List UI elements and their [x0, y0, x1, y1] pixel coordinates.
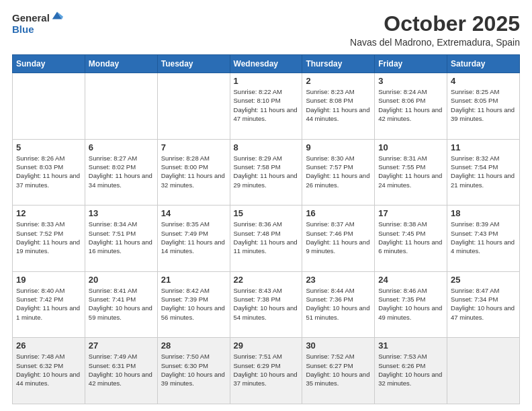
day-info-1-2: Sunrise: 8:28 AM Sunset: 8:00 PM Dayligh… [161, 154, 226, 189]
cell-2-2: 14Sunrise: 8:35 AM Sunset: 7:49 PM Dayli… [157, 205, 230, 272]
day-info-3-0: Sunrise: 8:40 AM Sunset: 7:42 PM Dayligh… [16, 286, 81, 322]
cell-1-0: 5Sunrise: 8:26 AM Sunset: 8:03 PM Daylig… [13, 139, 85, 205]
cell-2-0: 12Sunrise: 8:33 AM Sunset: 7:52 PM Dayli… [13, 205, 85, 272]
day-num-2-6: 18 [451, 208, 516, 218]
cell-3-0: 19Sunrise: 8:40 AM Sunset: 7:42 PM Dayli… [13, 271, 85, 338]
day-num-4-1: 27 [89, 340, 154, 351]
cell-4-5: 31Sunrise: 7:53 AM Sunset: 6:26 PM Dayli… [375, 338, 447, 404]
cell-2-6: 18Sunrise: 8:39 AM Sunset: 7:43 PM Dayli… [447, 205, 520, 272]
day-info-1-3: Sunrise: 8:29 AM Sunset: 7:58 PM Dayligh… [234, 154, 299, 189]
header-thursday: Thursday [302, 55, 375, 73]
day-num-3-4: 23 [306, 275, 371, 285]
cell-3-4: 23Sunrise: 8:44 AM Sunset: 7:36 PM Dayli… [302, 271, 375, 338]
day-num-0-5: 3 [378, 76, 443, 86]
header-saturday: Saturday [447, 55, 520, 73]
day-info-2-2: Sunrise: 8:35 AM Sunset: 7:49 PM Dayligh… [161, 220, 226, 255]
day-info-2-5: Sunrise: 8:38 AM Sunset: 7:45 PM Dayligh… [378, 220, 443, 255]
day-info-0-4: Sunrise: 8:23 AM Sunset: 8:08 PM Dayligh… [306, 87, 371, 123]
cell-4-1: 27Sunrise: 7:49 AM Sunset: 6:31 PM Dayli… [85, 338, 157, 404]
cell-3-6: 25Sunrise: 8:47 AM Sunset: 7:34 PM Dayli… [447, 271, 520, 338]
day-num-0-6: 4 [451, 76, 516, 86]
title-section: October 2025 Navas del Madrono, Extremad… [350, 12, 520, 48]
day-info-4-4: Sunrise: 7:52 AM Sunset: 6:27 PM Dayligh… [306, 352, 371, 387]
cell-2-4: 16Sunrise: 8:37 AM Sunset: 7:46 PM Dayli… [302, 205, 375, 272]
week-row-2: 12Sunrise: 8:33 AM Sunset: 7:52 PM Dayli… [13, 205, 520, 272]
cell-0-2 [157, 73, 230, 140]
day-info-1-4: Sunrise: 8:30 AM Sunset: 7:57 PM Dayligh… [306, 154, 371, 189]
day-info-2-1: Sunrise: 8:34 AM Sunset: 7:51 PM Dayligh… [89, 220, 154, 255]
logo: General Blue [12, 12, 63, 35]
calendar-header-row: Sunday Monday Tuesday Wednesday Thursday… [13, 55, 520, 73]
day-info-4-3: Sunrise: 7:51 AM Sunset: 6:29 PM Dayligh… [234, 352, 299, 387]
cell-1-6: 11Sunrise: 8:32 AM Sunset: 7:54 PM Dayli… [447, 139, 520, 205]
header-monday: Monday [85, 55, 157, 73]
cell-4-2: 28Sunrise: 7:50 AM Sunset: 6:30 PM Dayli… [157, 338, 230, 404]
cell-3-2: 21Sunrise: 8:42 AM Sunset: 7:39 PM Dayli… [157, 271, 230, 338]
cell-1-4: 9Sunrise: 8:30 AM Sunset: 7:57 PM Daylig… [302, 139, 375, 205]
cell-2-1: 13Sunrise: 8:34 AM Sunset: 7:51 PM Dayli… [85, 205, 157, 272]
day-info-2-4: Sunrise: 8:37 AM Sunset: 7:46 PM Dayligh… [306, 220, 371, 255]
day-num-4-5: 31 [378, 340, 443, 351]
cell-4-4: 30Sunrise: 7:52 AM Sunset: 6:27 PM Dayli… [302, 338, 375, 404]
day-info-2-6: Sunrise: 8:39 AM Sunset: 7:43 PM Dayligh… [451, 220, 516, 255]
calendar-table: Sunday Monday Tuesday Wednesday Thursday… [12, 54, 520, 404]
cell-3-5: 24Sunrise: 8:46 AM Sunset: 7:35 PM Dayli… [375, 271, 447, 338]
day-info-4-1: Sunrise: 7:49 AM Sunset: 6:31 PM Dayligh… [89, 352, 154, 387]
day-num-1-4: 9 [306, 142, 371, 152]
page: General Blue October 2025 Navas del Madr… [0, 0, 532, 411]
day-info-3-1: Sunrise: 8:41 AM Sunset: 7:41 PM Dayligh… [89, 286, 154, 322]
day-num-3-2: 21 [161, 275, 226, 285]
header-sunday: Sunday [13, 55, 85, 73]
cell-0-4: 2Sunrise: 8:23 AM Sunset: 8:08 PM Daylig… [302, 73, 375, 140]
day-info-4-5: Sunrise: 7:53 AM Sunset: 6:26 PM Dayligh… [378, 352, 443, 387]
day-info-0-3: Sunrise: 8:22 AM Sunset: 8:10 PM Dayligh… [234, 87, 299, 123]
day-num-2-1: 13 [89, 208, 154, 218]
day-info-3-2: Sunrise: 8:42 AM Sunset: 7:39 PM Dayligh… [161, 286, 226, 322]
day-info-0-5: Sunrise: 8:24 AM Sunset: 8:06 PM Dayligh… [378, 87, 443, 123]
week-row-1: 5Sunrise: 8:26 AM Sunset: 8:03 PM Daylig… [13, 139, 520, 205]
day-info-2-3: Sunrise: 8:36 AM Sunset: 7:48 PM Dayligh… [234, 220, 299, 255]
day-num-1-5: 10 [378, 142, 443, 152]
header-wednesday: Wednesday [230, 55, 302, 73]
cell-0-5: 3Sunrise: 8:24 AM Sunset: 8:06 PM Daylig… [375, 73, 447, 140]
cell-1-3: 8Sunrise: 8:29 AM Sunset: 7:58 PM Daylig… [230, 139, 302, 205]
day-num-1-2: 7 [161, 142, 226, 152]
day-num-1-1: 6 [89, 142, 154, 152]
day-num-3-6: 25 [451, 275, 516, 285]
cell-0-3: 1Sunrise: 8:22 AM Sunset: 8:10 PM Daylig… [230, 73, 302, 140]
day-num-4-4: 30 [306, 340, 371, 351]
day-info-4-0: Sunrise: 7:48 AM Sunset: 6:32 PM Dayligh… [16, 352, 81, 387]
day-num-1-6: 11 [451, 142, 516, 152]
week-row-3: 19Sunrise: 8:40 AM Sunset: 7:42 PM Dayli… [13, 271, 520, 338]
cell-4-6 [447, 338, 520, 404]
cell-1-5: 10Sunrise: 8:31 AM Sunset: 7:55 PM Dayli… [375, 139, 447, 205]
cell-2-3: 15Sunrise: 8:36 AM Sunset: 7:48 PM Dayli… [230, 205, 302, 272]
day-num-1-3: 8 [234, 142, 299, 152]
cell-0-6: 4Sunrise: 8:25 AM Sunset: 8:05 PM Daylig… [447, 73, 520, 140]
header-tuesday: Tuesday [157, 55, 230, 73]
day-num-3-0: 19 [16, 275, 81, 285]
month-title: October 2025 [350, 12, 520, 36]
cell-0-1 [85, 73, 157, 140]
logo-blue-text: Blue [12, 24, 34, 35]
logo-icon [51, 9, 63, 21]
logo-general-text: General [12, 12, 50, 24]
day-num-0-4: 2 [306, 76, 371, 86]
week-row-0: 1Sunrise: 8:22 AM Sunset: 8:10 PM Daylig… [13, 73, 520, 140]
day-num-2-3: 15 [234, 208, 299, 218]
day-info-1-5: Sunrise: 8:31 AM Sunset: 7:55 PM Dayligh… [378, 154, 443, 189]
cell-1-2: 7Sunrise: 8:28 AM Sunset: 8:00 PM Daylig… [157, 139, 230, 205]
day-num-4-0: 26 [16, 340, 81, 351]
day-num-2-2: 14 [161, 208, 226, 218]
cell-1-1: 6Sunrise: 8:27 AM Sunset: 8:02 PM Daylig… [85, 139, 157, 205]
cell-2-5: 17Sunrise: 8:38 AM Sunset: 7:45 PM Dayli… [375, 205, 447, 272]
day-info-4-2: Sunrise: 7:50 AM Sunset: 6:30 PM Dayligh… [161, 352, 226, 387]
day-num-3-1: 20 [89, 275, 154, 285]
header: General Blue October 2025 Navas del Madr… [12, 12, 520, 48]
day-info-2-0: Sunrise: 8:33 AM Sunset: 7:52 PM Dayligh… [16, 220, 81, 255]
day-info-3-5: Sunrise: 8:46 AM Sunset: 7:35 PM Dayligh… [378, 286, 443, 322]
location-title: Navas del Madrono, Extremadura, Spain [350, 37, 520, 48]
cell-4-3: 29Sunrise: 7:51 AM Sunset: 6:29 PM Dayli… [230, 338, 302, 404]
day-info-0-6: Sunrise: 8:25 AM Sunset: 8:05 PM Dayligh… [451, 87, 516, 123]
day-num-3-5: 24 [378, 275, 443, 285]
